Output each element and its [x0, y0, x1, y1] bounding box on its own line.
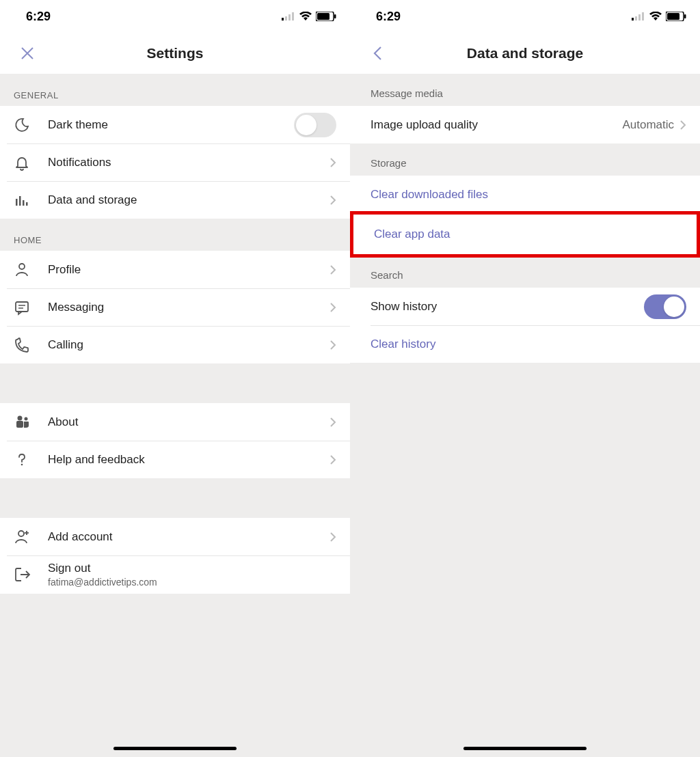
general-list: Dark theme Notifications Data and storag…: [0, 106, 350, 219]
home-list: Profile Messaging Calling: [0, 251, 350, 363]
svg-rect-24: [638, 14, 641, 20]
help-row[interactable]: Help and feedback: [0, 441, 350, 478]
home-indicator[interactable]: [113, 747, 237, 750]
svg-rect-22: [632, 18, 634, 20]
dark-theme-label: Dark theme: [48, 118, 294, 132]
show-history-toggle[interactable]: [644, 294, 686, 319]
add-account-label: Add account: [48, 530, 329, 544]
svg-rect-7: [16, 199, 18, 206]
chevron-right-icon: [329, 417, 336, 428]
data-storage-screen: 6:29 Data and storage Message media Imag…: [350, 0, 700, 757]
notifications-row[interactable]: Notifications: [0, 143, 350, 181]
add-user-icon: [14, 528, 48, 546]
svg-rect-27: [667, 13, 679, 20]
back-button[interactable]: [364, 40, 391, 67]
svg-rect-2: [288, 14, 291, 20]
svg-rect-3: [292, 12, 294, 20]
sign-out-row[interactable]: Sign out fatima@addictivetips.com: [0, 555, 350, 594]
image-upload-quality-row[interactable]: Image upload quality Automatic: [350, 106, 700, 143]
calling-row[interactable]: Calling: [0, 326, 350, 363]
clear-app-data-row[interactable]: Clear app data: [353, 215, 697, 254]
clear-app-data-label: Clear app data: [374, 228, 450, 241]
clear-downloaded-files-label: Clear downloaded files: [371, 188, 488, 202]
account-list: Add account Sign out fatima@addictivetip…: [0, 518, 350, 594]
section-header-search: Search: [350, 256, 700, 288]
bell-icon: [14, 154, 48, 171]
dark-theme-toggle[interactable]: [294, 113, 336, 137]
close-icon: [20, 46, 35, 61]
wifi-icon: [649, 12, 662, 21]
status-time: 6:29: [376, 10, 401, 24]
signal-icon: [282, 12, 295, 20]
misc-list: About Help and feedback: [0, 403, 350, 478]
messaging-row[interactable]: Messaging: [0, 288, 350, 326]
svg-rect-25: [642, 12, 644, 20]
chevron-right-icon: [329, 157, 336, 168]
home-indicator[interactable]: [463, 747, 587, 750]
battery-icon: [666, 12, 686, 21]
storage-list: Clear downloaded files Clear app data: [350, 176, 700, 256]
clear-downloaded-files-row[interactable]: Clear downloaded files: [350, 176, 700, 213]
status-time: 6:29: [26, 10, 51, 24]
chevron-right-icon: [679, 120, 686, 130]
svg-rect-5: [317, 13, 329, 20]
chevron-right-icon: [329, 264, 336, 275]
svg-rect-17: [16, 421, 23, 428]
close-button[interactable]: [14, 40, 41, 67]
profile-label: Profile: [48, 263, 329, 277]
section-header-home: HOME: [0, 219, 350, 251]
chevron-right-icon: [329, 454, 336, 465]
calling-label: Calling: [48, 338, 329, 352]
status-bar: 6:29: [350, 0, 700, 33]
chart-icon: [14, 192, 48, 208]
dark-theme-row[interactable]: Dark theme: [0, 106, 350, 143]
media-list: Image upload quality Automatic: [350, 106, 700, 143]
notifications-label: Notifications: [48, 156, 329, 169]
chevron-right-icon: [329, 340, 336, 350]
moon-icon: [14, 117, 48, 133]
settings-screen: 6:29 Settings GENERAL Dark theme Notific…: [0, 0, 350, 757]
status-bar: 6:29: [0, 0, 350, 33]
signout-icon: [14, 566, 48, 583]
messaging-label: Messaging: [48, 301, 329, 314]
clear-history-row[interactable]: Clear history: [350, 325, 700, 363]
show-history-row[interactable]: Show history: [350, 288, 700, 325]
profile-icon: [14, 262, 48, 278]
page-title: Data and storage: [350, 45, 700, 61]
nav-bar: Settings: [0, 33, 350, 74]
sign-out-email: fatima@addictivetips.com: [48, 577, 157, 588]
svg-rect-0: [282, 18, 284, 20]
highlight-annotation: Clear app data: [350, 211, 700, 258]
svg-rect-6: [334, 14, 336, 18]
page-title: Settings: [0, 45, 350, 61]
svg-rect-23: [635, 16, 637, 20]
about-label: About: [48, 415, 329, 429]
svg-rect-8: [19, 196, 21, 206]
sign-out-label: Sign out: [48, 562, 157, 575]
section-header-media: Message media: [350, 74, 700, 106]
data-storage-row[interactable]: Data and storage: [0, 181, 350, 219]
signal-icon: [632, 12, 645, 20]
svg-rect-10: [26, 202, 28, 206]
svg-point-18: [21, 463, 23, 465]
add-account-row[interactable]: Add account: [0, 518, 350, 555]
svg-rect-28: [684, 14, 686, 18]
status-icons: [632, 12, 686, 21]
status-icons: [282, 12, 336, 21]
nav-bar: Data and storage: [350, 33, 700, 74]
image-upload-quality-label: Image upload quality: [371, 118, 622, 132]
section-header-general: GENERAL: [0, 74, 350, 106]
section-header-storage: Storage: [350, 143, 700, 176]
show-history-label: Show history: [371, 300, 644, 314]
svg-rect-9: [23, 200, 25, 206]
about-row[interactable]: About: [0, 403, 350, 441]
wifi-icon: [299, 12, 312, 21]
chevron-right-icon: [329, 302, 336, 313]
profile-row[interactable]: Profile: [0, 251, 350, 288]
clear-history-label: Clear history: [371, 338, 435, 351]
image-upload-quality-value: Automatic: [622, 118, 674, 132]
chat-icon: [14, 299, 48, 316]
chevron-left-icon: [373, 45, 382, 61]
svg-point-11: [19, 264, 25, 269]
chevron-right-icon: [329, 532, 336, 542]
